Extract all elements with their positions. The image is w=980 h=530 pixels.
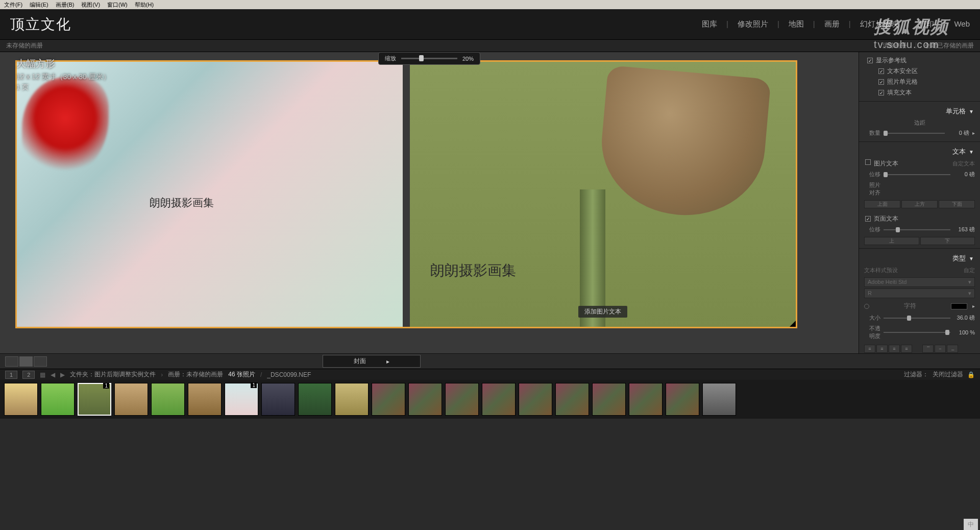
pos-top-btn[interactable]: 上 xyxy=(864,237,919,245)
thumb-1[interactable] xyxy=(4,383,38,416)
thumb-10[interactable] xyxy=(335,383,369,416)
halign-left-btn[interactable]: ≡ xyxy=(864,345,875,353)
thumb-17[interactable] xyxy=(592,383,626,416)
filter-dropdown[interactable]: 关闭过滤器 xyxy=(933,370,963,379)
nav-next-icon[interactable]: ▶ xyxy=(60,371,65,378)
tab-web[interactable]: Web xyxy=(954,19,970,29)
tab-book[interactable]: 画册 xyxy=(824,19,840,29)
window-tab-2[interactable]: 2 xyxy=(22,371,35,379)
tab-print[interactable]: 打印 xyxy=(919,19,934,29)
size-slider[interactable] xyxy=(884,318,950,319)
tab-slideshow[interactable]: 幻灯片放映 xyxy=(860,19,898,29)
offset2-slider[interactable] xyxy=(884,229,950,230)
path-book[interactable]: 画册：未存储的画册 xyxy=(168,370,223,379)
clear-book-btn[interactable]: 清除画册 xyxy=(883,41,907,50)
thumb-18[interactable] xyxy=(629,383,663,416)
font-weight-dd[interactable]: R▾ xyxy=(864,288,975,298)
thumb-5[interactable] xyxy=(151,383,185,416)
chevron-down-icon[interactable]: ▼ xyxy=(969,256,974,261)
add-photo-text-btn[interactable]: 添加图片文本 xyxy=(578,306,627,318)
window-tab-1[interactable]: 1 xyxy=(5,371,17,379)
font-family-dd[interactable]: Adobe Heiti Std▾ xyxy=(864,277,975,287)
create-saved-book-btn[interactable]: 创建已存储的画册 xyxy=(925,41,974,50)
menu-view[interactable]: 视图(V) xyxy=(81,1,100,8)
thumb-16[interactable] xyxy=(555,383,589,416)
tab-develop[interactable]: 修改照片 xyxy=(738,19,768,29)
thumb-2[interactable] xyxy=(41,383,75,416)
thumb-3[interactable]: 1 xyxy=(78,383,111,416)
book-info-overlay: 大幅方形 12 x 12 英寸（30 x 30 厘米） 1 页 xyxy=(16,57,110,92)
chevron-down-icon[interactable]: ▼ xyxy=(969,109,974,114)
thumb-12[interactable] xyxy=(408,383,442,416)
ime-indicator[interactable]: 中 xyxy=(968,520,974,529)
type-header[interactable]: 类型 xyxy=(952,254,966,263)
front-cover-caption[interactable]: 朗朗摄影画集 xyxy=(430,261,516,280)
page-corner-icon[interactable] xyxy=(790,321,796,327)
chevron-right-icon[interactable]: ▸ xyxy=(972,130,975,136)
valign-bot-btn[interactable]: ⎽ xyxy=(947,345,958,353)
check-fill-text[interactable]: ✓ xyxy=(878,90,884,95)
text-header[interactable]: 文本 xyxy=(952,147,966,156)
check-page-text[interactable]: ✓ xyxy=(865,216,871,222)
valign-top-btn[interactable]: ⎺ xyxy=(922,345,934,353)
view-grid-btn[interactable] xyxy=(5,356,18,367)
filmstrip[interactable]: 1 1 xyxy=(0,380,980,419)
align-over-btn[interactable]: 上方 xyxy=(901,200,938,208)
check-photo-text[interactable] xyxy=(865,159,871,165)
thumb-19[interactable] xyxy=(666,383,699,416)
thumb-11[interactable] xyxy=(372,383,405,416)
halign-justify-btn[interactable]: ≡ xyxy=(901,345,912,353)
zoom-slider[interactable] xyxy=(401,58,457,59)
halign-right-btn[interactable]: ≡ xyxy=(889,345,900,353)
pos-bot-btn[interactable]: 下 xyxy=(920,237,975,245)
menu-book[interactable]: 画册(B) xyxy=(56,1,75,8)
path-folder[interactable]: 文件夹：图片后期调整实例文件 xyxy=(70,370,156,379)
grid-toggle-icon[interactable]: ▦ xyxy=(40,371,45,378)
cover-spread[interactable]: 朗朗摄影画集 封底 朗朗摄影画集 添加图片文本 封面 xyxy=(15,60,797,328)
auto-text-dd[interactable]: 自定文本 xyxy=(952,160,975,167)
menu-help[interactable]: 帮助(H) xyxy=(135,1,154,8)
tab-map[interactable]: 地图 xyxy=(789,19,804,29)
thumb-13[interactable] xyxy=(445,383,479,416)
nav-prev-icon[interactable]: ◀ xyxy=(51,371,55,378)
align-below-btn[interactable]: 下面 xyxy=(939,200,975,208)
view-spread-btn[interactable] xyxy=(19,356,33,367)
chevron-right-icon[interactable]: ▸ xyxy=(972,303,975,309)
valign-mid-btn[interactable]: − xyxy=(935,345,946,353)
offset1-slider[interactable] xyxy=(884,174,950,175)
padding-slider[interactable] xyxy=(884,133,945,134)
thumb-20[interactable] xyxy=(702,383,736,416)
text-color-swatch[interactable] xyxy=(951,303,967,309)
view-single-btn[interactable] xyxy=(34,356,47,367)
front-cover-page[interactable]: 朗朗摄影画集 添加图片文本 封面 xyxy=(410,62,796,327)
opacity-slider[interactable] xyxy=(884,332,950,333)
spine-gap xyxy=(403,62,410,327)
thumb-8[interactable] xyxy=(261,383,295,416)
tab-library[interactable]: 图库 xyxy=(702,19,717,29)
guides-section: ✓显示参考线 ✓文本安全区 ✓照片单元格 ✓填充文本 xyxy=(859,52,980,102)
amount-label: 数量 xyxy=(864,129,880,137)
menu-file[interactable]: 文件(F) xyxy=(4,1,22,8)
check-show-guides[interactable]: ✓ xyxy=(867,58,873,63)
filter-lock-icon[interactable]: 🔒 xyxy=(967,371,975,378)
back-cover-page[interactable]: 朗朗摄影画集 封底 xyxy=(17,62,403,327)
check-photo-cells[interactable]: ✓ xyxy=(878,79,884,85)
color-radio[interactable] xyxy=(864,304,869,309)
chevron-down-icon[interactable]: ▼ xyxy=(969,149,974,155)
menu-edit[interactable]: 编辑(E) xyxy=(30,1,48,8)
thumb-6[interactable] xyxy=(188,383,222,416)
photo-seed-pod xyxy=(596,65,771,222)
cell-header[interactable]: 单元格 xyxy=(946,107,966,116)
thumb-15[interactable] xyxy=(519,383,552,416)
menu-window[interactable]: 窗口(W) xyxy=(107,1,128,8)
thumb-9[interactable] xyxy=(298,383,332,416)
align-above-btn[interactable]: 上面 xyxy=(864,200,900,208)
thumb-4[interactable] xyxy=(114,383,148,416)
page-nav-dropdown[interactable]: 封面▸ xyxy=(323,355,421,368)
thumb-7[interactable]: 1 xyxy=(225,383,258,416)
back-cover-caption[interactable]: 朗朗摄影画集 xyxy=(150,196,214,210)
halign-center-btn[interactable]: ≡ xyxy=(876,345,888,353)
thumb-14[interactable] xyxy=(482,383,516,416)
check-text-safe[interactable]: ✓ xyxy=(878,68,884,74)
style-preset-dd[interactable]: 自定 xyxy=(964,267,975,274)
